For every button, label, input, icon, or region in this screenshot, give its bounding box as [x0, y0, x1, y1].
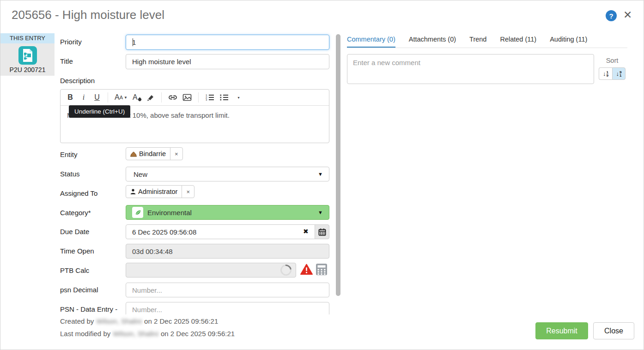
highlight-icon[interactable] [146, 92, 155, 103]
entry-type-icon [18, 46, 37, 65]
tab-attachments[interactable]: Attachments (0) [409, 36, 456, 48]
sort-desc-bottom-digit: 1 [620, 74, 621, 77]
underline-tooltip: Underline (Ctrl+U) [69, 105, 130, 118]
sort-ascending-button[interactable]: ↓ 1 9 [599, 67, 612, 80]
entry-dialog: 205656 - High moisture level ? ✕ THIS EN… [0, 0, 644, 350]
resubmit-button[interactable]: Resubmit [535, 322, 588, 339]
tab-trend[interactable]: Trend [469, 36, 486, 48]
underline-icon[interactable]: U [93, 92, 101, 103]
close-icon[interactable]: ✕ [623, 9, 632, 21]
calendar-button[interactable] [315, 224, 329, 239]
calculator-icon[interactable] [316, 263, 328, 276]
new-comment-input[interactable] [347, 54, 594, 84]
tab-auditing[interactable]: Auditing (11) [550, 36, 587, 48]
created-by-suffix: on 2 Dec 2025 09:56:21 [144, 317, 218, 325]
time-open-value: 03d 00:34:48 [132, 247, 173, 255]
droplet-icon [137, 97, 142, 102]
assigned-to-chip-label: Administrator [138, 188, 177, 195]
psn-decimal-label: psn Decimal [60, 286, 98, 294]
help-icon[interactable]: ? [606, 10, 617, 21]
warning-icon [300, 264, 313, 275]
list-options-caret-icon[interactable]: ▾ [235, 92, 243, 103]
status-value: New [132, 170, 147, 178]
font-size-big-glyph: A [115, 93, 120, 102]
calendar-icon [318, 228, 326, 236]
font-color-icon[interactable]: A [133, 92, 141, 103]
person-icon [130, 188, 136, 195]
assigned-to-label: Assigned To [60, 189, 97, 197]
entity-chip[interactable]: Bindarrie × [126, 147, 183, 160]
svg-text:3: 3 [206, 98, 207, 101]
psn-data-entry-label: PSN - Data Entry - [60, 305, 117, 313]
modified-by-name-redacted: Wilson, Shalini [113, 330, 158, 338]
entity-chip-label: Bindarrie [139, 150, 166, 157]
last-modified-line: Last modified by Wilson, Shalini on 2 De… [60, 330, 235, 338]
psn-decimal-input[interactable] [126, 283, 329, 297]
status-label: Status [60, 170, 80, 178]
category-value: Environmental [147, 209, 192, 217]
font-size-icon[interactable]: A A ▼ [115, 92, 128, 103]
loading-spinner-icon [278, 262, 294, 278]
description-label: Description [60, 77, 95, 84]
category-label: Category* [60, 209, 91, 217]
entity-commodity-icon [130, 151, 137, 157]
image-icon[interactable] [182, 92, 192, 103]
help-glyph: ? [609, 12, 613, 20]
environmental-leaf-icon [132, 207, 143, 218]
title-label: Title [60, 57, 73, 65]
chevron-down-icon: ▼ [318, 210, 323, 215]
text-cursor [133, 38, 133, 46]
created-by-name-redacted: Wilson, Shalini [97, 317, 142, 325]
created-by-prefix: Created by [60, 317, 94, 325]
this-entry-header: THIS ENTRY [0, 33, 55, 43]
close-button[interactable]: Close [593, 322, 634, 339]
assigned-to-chip[interactable]: Administrator × [126, 185, 194, 198]
toolbar-divider [161, 92, 162, 103]
link-icon[interactable] [168, 92, 177, 103]
chevron-down-icon: ▼ [124, 96, 128, 100]
italic-icon[interactable]: i [79, 92, 88, 103]
sort-label: Sort [598, 57, 626, 64]
toolbar-divider [198, 92, 199, 103]
ordered-list-icon[interactable]: 1 2 3 [205, 92, 214, 103]
sort-asc-bottom-digit: 9 [607, 74, 608, 77]
tab-related[interactable]: Related (11) [500, 36, 536, 48]
toolbar-divider [108, 92, 108, 103]
unordered-list-icon[interactable] [219, 92, 229, 103]
sort-ascending-icon: ↓ [603, 70, 606, 77]
richtext-toolbar: B i U A A ▼ A [61, 90, 329, 106]
due-date-label: Due Date [60, 228, 89, 235]
modified-by-prefix: Last modified by [60, 330, 110, 338]
sort-descending-button[interactable]: ↓ 9 1 [612, 67, 626, 80]
chevron-down-icon: ▼ [318, 171, 323, 177]
time-open-field: 03d 00:34:48 [126, 244, 329, 259]
right-panel-tabs: Commentary (0) Attachments (0) Trend Rel… [347, 36, 627, 48]
page-title: 205656 - High moisture level [12, 8, 164, 22]
title-input[interactable] [126, 54, 329, 69]
status-select[interactable]: New ▼ [126, 167, 329, 181]
priority-input[interactable] [126, 35, 329, 50]
created-by-line: Created by Wilson, Shalini on 2 Dec 2025… [60, 317, 218, 325]
priority-label: Priority [60, 38, 82, 46]
modified-by-suffix: on 2 Dec 2025 09:56:21 [161, 330, 235, 338]
tab-commentary[interactable]: Commentary (0) [347, 36, 395, 48]
bold-icon[interactable]: B [66, 92, 74, 103]
category-select[interactable]: Environmental ▼ [126, 205, 329, 220]
font-color-glyph: A [133, 93, 138, 102]
assigned-to-remove-icon[interactable]: × [182, 186, 194, 198]
entry-reference-label: P2U 200721 [10, 66, 46, 73]
sort-descending-icon: ↓ [616, 70, 620, 77]
time-open-label: Time Open [60, 247, 94, 255]
clear-date-icon[interactable]: ✖ [303, 228, 309, 235]
form-scrollbar[interactable] [336, 34, 340, 296]
due-date-input[interactable] [126, 224, 315, 239]
font-size-small-glyph: A [120, 95, 123, 100]
sort-button-group: ↓ 1 9 ↓ 9 1 [599, 67, 626, 80]
entity-label: Entity [60, 151, 78, 158]
entity-remove-icon[interactable]: × [170, 148, 182, 160]
ptb-calc-label: PTB Calc [60, 266, 89, 274]
sidebar-entry-card[interactable]: P2U 200721 [0, 43, 55, 76]
ptb-calc-field [126, 263, 296, 278]
